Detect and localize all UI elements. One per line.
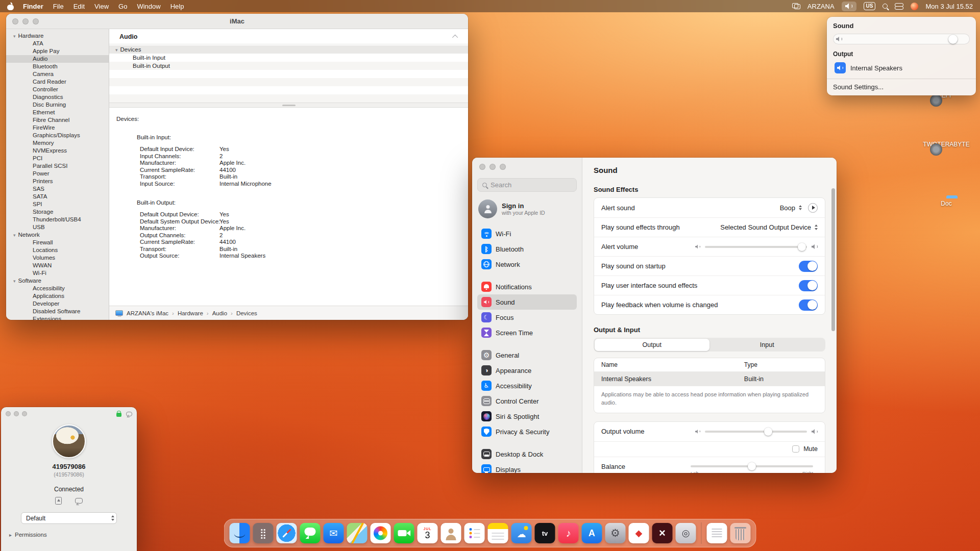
section-header[interactable]: Audio <box>109 29 468 44</box>
device-row-built-in-output[interactable]: Built-in Output <box>109 62 468 70</box>
tree-item[interactable]: PCI <box>6 155 109 162</box>
tree-group-hardware[interactable]: Hardware <box>6 32 109 40</box>
sound-settings-link[interactable]: Sound Settings... <box>833 83 970 91</box>
tree-item[interactable]: Printers <box>6 178 109 185</box>
lock-icon[interactable] <box>116 413 121 417</box>
scrollbar[interactable] <box>831 188 835 331</box>
menu-go[interactable]: Go <box>118 3 127 10</box>
tree-item[interactable]: NVMExpress <box>6 147 109 155</box>
sign-in-row[interactable]: Sign inwith your Apple ID <box>478 199 576 218</box>
sidebar-item-focus[interactable]: Focus <box>477 310 577 325</box>
tree-item[interactable]: SPI <box>6 201 109 208</box>
tree-item[interactable]: Accessibility <box>6 285 109 292</box>
dock-system-settings-icon[interactable] <box>605 523 626 543</box>
sidebar-item-accessibility[interactable]: Accessibility <box>477 378 577 393</box>
tree-item[interactable]: Ethernet <box>6 109 109 116</box>
tree-item[interactable]: Firewall <box>6 239 109 246</box>
tree-item[interactable]: ATA <box>6 40 109 47</box>
dock-calendar-icon[interactable]: JUL 3 <box>418 523 438 543</box>
dock-notes-icon[interactable] <box>488 523 508 543</box>
output-device-row[interactable]: Internal Speakers <box>833 61 970 74</box>
sidebar-item-screen-time[interactable]: Screen Time <box>477 325 577 340</box>
close-button[interactable] <box>6 411 11 416</box>
tree-item[interactable]: Disc Burning <box>6 101 109 109</box>
sidebar-item-sound[interactable]: Sound <box>477 294 577 310</box>
menu-help[interactable]: Help <box>170 3 184 10</box>
preset-dropdown[interactable]: Default <box>21 512 117 524</box>
tree-item[interactable]: Applications <box>6 292 109 300</box>
tree-group-network[interactable]: Network <box>6 231 109 239</box>
sidebar-item-general[interactable]: General <box>477 347 577 363</box>
input-source-menu[interactable]: US <box>864 2 876 10</box>
window-grid-icon[interactable] <box>792 3 800 9</box>
menu-file[interactable]: File <box>53 3 64 10</box>
sidebar-item-control-center[interactable]: Control Center <box>477 393 577 409</box>
output-volume-slider[interactable] <box>705 431 807 433</box>
menu-edit[interactable]: Edit <box>74 3 85 10</box>
spotlight-icon[interactable] <box>883 4 888 9</box>
dock-app-circle-icon[interactable] <box>676 523 696 543</box>
zoom-button[interactable] <box>22 411 27 416</box>
preview-alert-sound-button[interactable] <box>808 203 818 213</box>
dock-facetime-icon[interactable] <box>394 523 414 543</box>
toggle-ui-sound-effects[interactable] <box>799 280 818 291</box>
device-row-built-in-input[interactable]: Built-in Input <box>109 54 468 62</box>
minimize-button[interactable] <box>489 164 496 170</box>
sidebar-item-notifications[interactable]: Notifications <box>477 279 577 294</box>
tree-item[interactable]: Thunderbolt/USB4 <box>6 216 109 223</box>
permissions-disclosure[interactable]: Permissions <box>9 532 47 538</box>
desktop-icon-twoterabyte[interactable]: TWOTERABYTE <box>917 139 976 148</box>
tree-item[interactable]: Memory <box>6 139 109 147</box>
devices-table[interactable]: Devices Built-in Input Built-in Output <box>109 44 468 103</box>
window-titlebar[interactable] <box>1 407 137 420</box>
tree-item[interactable]: Wi-Fi <box>6 269 109 277</box>
volume-slider[interactable] <box>833 34 970 44</box>
sidebar-item-network[interactable]: Network <box>477 257 577 272</box>
dock-app-store-icon[interactable] <box>582 523 602 543</box>
desktop-icon-doc[interactable]: Doc <box>924 198 969 207</box>
dock-photos-icon[interactable] <box>371 523 391 543</box>
tree-item[interactable]: Disabled Software <box>6 308 109 315</box>
sidebar-item-bluetooth[interactable]: Bluetooth <box>477 241 577 257</box>
tree-item[interactable]: Graphics/Displays <box>6 132 109 139</box>
message-icon[interactable] <box>75 498 83 504</box>
toggle-play-sound-on-startup[interactable] <box>799 261 818 272</box>
toggle-volume-feedback[interactable] <box>799 299 818 311</box>
tree-item[interactable]: Diagnostics <box>6 93 109 101</box>
tree-item[interactable]: Controller <box>6 86 109 93</box>
tree-item[interactable]: FireWire <box>6 124 109 132</box>
tree-item[interactable]: Storage <box>6 208 109 216</box>
tab-input[interactable]: Input <box>709 339 825 351</box>
dock-reminders-icon[interactable] <box>464 523 485 543</box>
system-info-sidebar[interactable]: Hardware ATA Apple Pay Audio Bluetooth C… <box>6 29 109 320</box>
account-menu[interactable]: ARZANA <box>807 3 835 10</box>
dock-maps-icon[interactable] <box>347 523 368 543</box>
tree-item[interactable]: Power <box>6 170 109 178</box>
slider-knob[interactable] <box>948 35 958 44</box>
sidebar-item-wifi[interactable]: Wi-Fi <box>477 226 577 241</box>
tree-item-audio-selected[interactable]: Audio <box>6 55 109 63</box>
app-menu-finder[interactable]: Finder <box>23 3 43 10</box>
tree-item[interactable]: SAS <box>6 185 109 193</box>
volume-menu-icon[interactable] <box>842 2 856 11</box>
tree-item[interactable]: Volumes <box>6 254 109 262</box>
tree-item[interactable]: Apple Pay <box>6 47 109 55</box>
tree-item[interactable]: USB <box>6 223 109 231</box>
collapse-chevron-icon[interactable] <box>452 34 458 40</box>
tree-item[interactable]: Fibre Channel <box>6 116 109 124</box>
slider-knob[interactable] <box>764 428 772 436</box>
dock-app-diamond-icon[interactable] <box>629 523 649 543</box>
sidebar-item-displays[interactable]: Displays <box>477 462 577 473</box>
zoom-button[interactable] <box>500 164 506 170</box>
dock-document-icon[interactable] <box>707 523 727 543</box>
alert-volume-slider[interactable] <box>705 246 807 248</box>
menu-bar-clock[interactable]: Mon 3 Jul 15.52 <box>925 3 973 10</box>
alert-sound-popup-button[interactable] <box>799 205 802 211</box>
tree-item[interactable]: Parallel SCSI <box>6 162 109 170</box>
minimize-button[interactable] <box>14 411 19 416</box>
dock-tv-icon[interactable] <box>535 523 555 543</box>
pane-splitter[interactable] <box>109 103 468 108</box>
dock-safari-icon[interactable] <box>277 523 297 543</box>
tree-item[interactable]: SATA <box>6 193 109 201</box>
sidebar-item-desktop-dock[interactable]: Desktop & Dock <box>477 446 577 462</box>
